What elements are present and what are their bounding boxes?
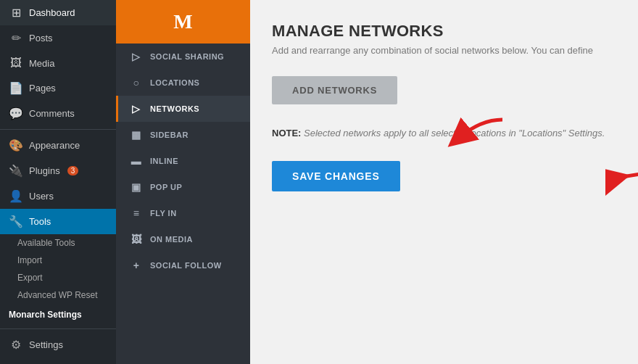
plugin-header: M [116,0,250,44]
sidebar-item-appearance[interactable]: 🎨 Appearance [0,133,116,158]
posts-icon: ✏ [9,31,23,45]
sidebar-item-settings[interactable]: ⚙ Settings [0,332,116,357]
tools-icon: 🔧 [9,215,23,228]
page-title: MANAGE NETWORKS [272,22,616,41]
note-label: NOTE: [272,128,301,138]
submenu-available-tools[interactable]: Available Tools [9,234,116,252]
save-changes-button[interactable]: SAVE CHANGES [272,161,400,191]
tools-submenu: Available Tools Import Export Advanced W… [0,234,116,304]
appearance-icon: 🎨 [9,138,23,152]
inline-icon: ▬ [130,155,143,167]
locations-icon: ○ [130,77,143,88]
sidebar-item-comments[interactable]: 💬 Comments [0,101,116,126]
page-description: Add and rearrange any combination of soc… [272,45,616,56]
arrow-add-networks-indicator [605,158,638,198]
fly-in-icon: ≡ [130,207,143,219]
sidebar-item-pages[interactable]: 📄 Pages [0,75,116,101]
plugin-menu-on-media[interactable]: 🖼 ON MEDIA [116,226,250,252]
media-icon: 🖼 [9,57,23,70]
plugin-menu-fly-in[interactable]: ≡ FLY IN [116,200,250,226]
main-content: MANAGE NETWORKS Add and rearrange any co… [250,0,638,364]
plugin-logo: M [173,10,192,33]
submenu-import[interactable]: Import [9,252,116,269]
plugin-menu-popup[interactable]: ▣ POP UP [116,174,250,200]
sidebar-menu-icon: ▦ [130,129,143,141]
note-content: NOTE: Selected networks apply to all sel… [272,128,605,138]
plugin-menu-inline[interactable]: ▬ INLINE [116,148,250,174]
plugin-menu-social-follow[interactable]: + SOCIAL FOLLOW [116,252,250,278]
plugin-menu-sidebar[interactable]: ▦ SIDEBAR [116,122,250,148]
sidebar-item-users[interactable]: 👤 Users [0,183,116,209]
comments-icon: 💬 [9,107,23,120]
networks-icon: ▷ [130,103,143,115]
sidebar-separator-2 [0,328,116,329]
wp-admin-sidebar: ⊞ Dashboard ✏ Posts 🖼 Media 📄 Pages 💬 Co… [0,0,116,364]
on-media-icon: 🖼 [130,233,143,245]
add-networks-button[interactable]: ADD NETWORKS [272,76,397,104]
sidebar-item-media[interactable]: 🖼 Media [0,51,116,75]
sidebar-item-dashboard[interactable]: ⊞ Dashboard [0,0,116,25]
sidebar-item-tools[interactable]: 🔧 Tools [0,209,116,234]
plugin-menu-social-sharing[interactable]: ▷ SOCIAL SHARING [116,44,250,70]
dashboard-icon: ⊞ [9,6,23,20]
sidebar-item-monarch-settings[interactable]: Monarch Settings [0,304,116,326]
sidebar-separator [0,129,116,130]
submenu-export[interactable]: Export [9,269,116,286]
plugins-badge: 3 [67,166,79,175]
plugin-menu-locations[interactable]: ○ LOCATIONS [116,70,250,96]
arrow-networks-indicator [444,112,510,152]
social-follow-icon: + [130,260,143,271]
plugin-menu-networks[interactable]: ▷ NETWORKS [116,96,250,122]
sidebar-item-plugins[interactable]: 🔌 Plugins 3 [0,158,116,183]
pages-icon: 📄 [9,81,23,95]
social-sharing-icon: ▷ [130,51,143,62]
submenu-advanced-wp-reset[interactable]: Advanced WP Reset [9,286,116,304]
settings-icon: ⚙ [9,338,23,352]
users-icon: 👤 [9,189,23,203]
plugin-panel: M ▷ SOCIAL SHARING ○ LOCATIONS ▷ NETWORK… [116,0,250,364]
sidebar-item-posts[interactable]: ✏ Posts [0,25,116,51]
plugins-icon: 🔌 [9,164,23,178]
popup-icon: ▣ [130,181,143,193]
